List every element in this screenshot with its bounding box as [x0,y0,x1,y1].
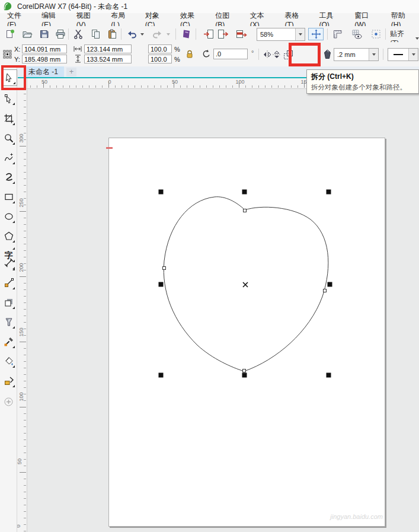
toolbar-separator [121,28,121,40]
ellipse-tool[interactable] [1,209,16,224]
printer-icon [55,29,66,39]
mirror-vertical-button[interactable] [272,50,282,59]
percent-label: % [174,56,180,63]
corel-connect-icon [182,29,191,39]
copy-button[interactable] [88,28,103,40]
ruler-label: 100 [235,79,244,85]
interactive-fill-tool[interactable] [1,353,16,369]
propbar-separator [383,49,383,60]
transparency-tool[interactable] [1,314,16,330]
ruler-label: 0 [108,79,111,85]
show-rulers-button[interactable] [330,28,344,40]
y-position-field[interactable] [22,55,67,63]
toolbar-separator [175,28,176,40]
tab-label: 未命名 -1 [28,67,58,77]
object-origin-icon[interactable] [3,50,12,59]
outline-width-combo-button[interactable] [369,49,378,60]
open-folder-icon [22,29,33,39]
snap-settings-button[interactable] [369,28,383,40]
toolbox: 字 [0,66,17,532]
shape-edit-icon [4,94,14,104]
zoom-tool[interactable] [1,130,16,146]
line-style-combo-button[interactable] [408,49,418,60]
object-width-field[interactable] [84,44,132,53]
color-eyedropper-tool[interactable] [1,334,16,349]
artistic-media-icon [4,173,14,182]
chevron-down-icon [299,33,302,36]
outline-width-combo[interactable]: .2 mm [334,48,379,61]
redo-dropdown[interactable] [165,28,172,40]
open-button[interactable] [20,28,34,40]
toolbar-separator [196,28,196,40]
redo-button[interactable] [151,28,165,40]
scale-v-field[interactable] [148,55,172,63]
width-icon [73,46,82,52]
zoom-combo-button[interactable] [295,28,305,40]
line-style-combo[interactable] [388,48,418,61]
dimension-icon [4,258,14,267]
rectangle-tool[interactable] [1,189,16,205]
print-button[interactable] [53,28,68,40]
paste-clipboard-icon [107,29,117,39]
tab-untitled-1[interactable]: 未命名 -1 [26,66,64,77]
drop-shadow-tool[interactable] [1,295,16,310]
rotation-angle-field[interactable] [213,49,248,59]
rotation-icon [201,49,211,59]
vertical-ruler[interactable]: 300 250 200 150 100 50 0 [17,89,27,532]
undo-arrow-icon [126,29,137,39]
connector-tool[interactable] [1,275,16,291]
object-height-field[interactable] [84,55,132,63]
scale-h-field[interactable] [148,44,172,53]
tooltip-description: 拆分对象创建多个对象和路径。 [311,83,414,92]
menu-bar: 文件(F) 编辑(E) 视图(V) 布局(L) 对象(C) 效果(C) 位图(B… [0,13,419,26]
shape-tool[interactable] [1,91,16,106]
degree-label: ° [251,49,254,56]
cut-button[interactable] [71,28,85,40]
new-document-tab-button[interactable]: + [66,68,76,77]
outline-pen-icon [323,49,332,59]
zoom-level-combo[interactable]: 58% [257,28,305,41]
mirror-horizontal-button[interactable] [263,50,272,59]
redo-arrow-icon [152,29,163,39]
save-floppy-icon [39,29,49,39]
x-position-field[interactable] [22,44,67,53]
grid-eye-icon [351,29,362,39]
undo-dropdown[interactable] [139,28,146,40]
toolbar-separator [327,28,328,40]
outline-width-value: .2 mm [334,51,369,58]
freehand-tool[interactable] [1,150,16,165]
corel-connect-button[interactable] [180,28,194,40]
smart-fill-tool[interactable] [1,373,16,388]
magnifier-icon [4,133,14,143]
save-button[interactable] [37,28,51,40]
publish-to-pdf-button[interactable] [234,28,248,40]
paste-button[interactable] [105,28,119,40]
pdf-icon [236,29,247,39]
toolbox-expand-button[interactable] [1,394,16,409]
show-grid-button[interactable] [350,28,364,40]
dimension-tool[interactable] [1,255,16,270]
watermark: jingyan.baidu.com [330,513,383,520]
page-edge-marker [106,147,113,149]
zoom-fit-button[interactable] [308,28,324,40]
lock-ratio-icon[interactable] [185,50,194,59]
ruler-label: 150 [18,327,24,336]
transparency-icon [4,317,14,327]
export-button[interactable] [216,28,230,40]
ruler-label: 50 [41,79,47,85]
document-page[interactable]: jingyan.baidu.com [108,138,385,527]
new-document-button[interactable] [2,28,17,40]
crop-tool[interactable] [1,111,16,126]
import-button[interactable] [201,28,216,40]
artistic-media-tool[interactable] [1,170,16,185]
annotation-box-break-apart [289,43,321,66]
smart-fill-icon [4,376,14,386]
ruler-label: 250 [18,198,24,207]
pan-arrows-icon [311,29,321,39]
drawing-canvas[interactable]: jingyan.baidu.com [27,89,419,532]
export-icon [218,29,228,39]
plus-circle-icon [4,397,13,406]
ruler-label: 50 [172,79,178,85]
percent-label: % [174,46,180,53]
undo-button[interactable] [124,28,139,40]
